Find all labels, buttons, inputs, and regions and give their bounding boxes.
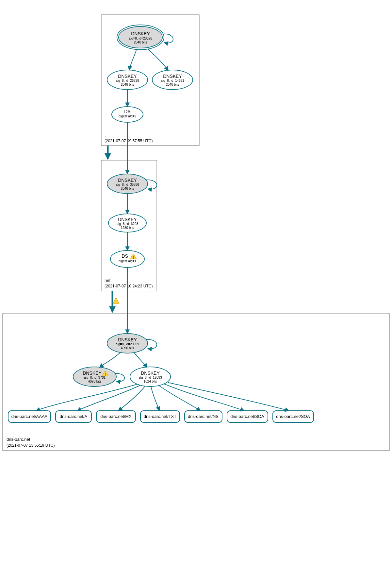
svg-text:DNSKEY: DNSKEY bbox=[163, 74, 182, 79]
record-a: dns-oarc.net/A bbox=[56, 411, 91, 422]
svg-text:DNSKEY: DNSKEY bbox=[118, 337, 137, 342]
node-dom-zsk-old: DNSKEY alg=8, id=3701 4096 bits ! bbox=[73, 367, 116, 387]
svg-text:4096 bits: 4096 bits bbox=[88, 380, 102, 383]
edge-zsk-a bbox=[77, 385, 140, 411]
svg-text:dns-oarc.net/NS: dns-oarc.net/NS bbox=[188, 414, 219, 419]
svg-text:alg=8, id=12093: alg=8, id=12093 bbox=[139, 376, 162, 379]
node-dom-ksk: DNSKEY alg=8, id=20899 4096 bits bbox=[107, 334, 148, 353]
node-root-zsk1: DNSKEY alg=8, id=26838 2048 bits bbox=[107, 70, 148, 90]
svg-text:DNSKEY: DNSKEY bbox=[118, 217, 137, 222]
edge-domksk-zsk bbox=[134, 352, 147, 368]
zone-domain-box bbox=[3, 313, 389, 451]
svg-text:dns-oarc.net/AAAA: dns-oarc.net/AAAA bbox=[11, 414, 48, 419]
zone-root-time: (2021-07-07 09:57:55 UTC) bbox=[105, 139, 153, 143]
svg-text:2048 bits: 2048 bits bbox=[121, 83, 134, 86]
svg-text:!: ! bbox=[115, 300, 117, 303]
svg-text:2048 bits: 2048 bits bbox=[166, 83, 179, 86]
record-mx: dns-oarc.net/MX bbox=[96, 411, 136, 422]
node-net-ds: DS digest alg=1 ! bbox=[110, 250, 144, 267]
zone-domain-name: dns-oarc.net bbox=[7, 437, 30, 442]
svg-text:dns-oarc.net/SOA: dns-oarc.net/SOA bbox=[230, 414, 264, 419]
node-net-ksk: DNSKEY alg=8, id=35886 2048 bits bbox=[107, 174, 148, 194]
node-root-zsk2: DNSKEY alg=8, id=14631 2048 bits bbox=[152, 70, 193, 90]
node-root-ds: DS digest alg=2 bbox=[112, 107, 143, 122]
svg-text:alg=8, id=14631: alg=8, id=14631 bbox=[161, 79, 184, 82]
svg-text:2048 bits: 2048 bits bbox=[121, 187, 134, 190]
svg-text:DNSKEY: DNSKEY bbox=[118, 74, 137, 79]
svg-text:alg=8, id=6203: alg=8, id=6203 bbox=[117, 222, 139, 226]
svg-text:dns-oarc.net/SOA: dns-oarc.net/SOA bbox=[276, 414, 310, 419]
edge-rootksk-zsk1 bbox=[129, 49, 137, 70]
svg-text:digest alg=2: digest alg=2 bbox=[119, 114, 137, 118]
svg-text:alg=8, id=20899: alg=8, id=20899 bbox=[116, 342, 139, 346]
node-dom-zsk: DNSKEY alg=8, id=12093 1024 bits bbox=[130, 367, 171, 387]
svg-text:DNSKEY: DNSKEY bbox=[141, 370, 160, 376]
svg-text:digest alg=1: digest alg=1 bbox=[119, 259, 137, 263]
svg-text:DNSKEY: DNSKEY bbox=[118, 178, 137, 183]
svg-text:2048 bits: 2048 bits bbox=[134, 41, 147, 44]
svg-text:DNSKEY: DNSKEY bbox=[83, 370, 102, 376]
svg-point-24 bbox=[110, 250, 144, 267]
record-soa2: dns-oarc.net/SOA bbox=[273, 411, 314, 422]
svg-text:dns-oarc.net/A: dns-oarc.net/A bbox=[60, 414, 88, 419]
node-root-ksk: DNSKEY alg=8, id=20326 2048 bits bbox=[117, 25, 164, 50]
svg-text:DS: DS bbox=[122, 253, 128, 259]
record-ns: dns-oarc.net/NS bbox=[185, 411, 222, 422]
edge-zsk-txt bbox=[151, 387, 159, 411]
record-txt: dns-oarc.net/TXT bbox=[140, 411, 180, 422]
warning-icon: ! bbox=[113, 298, 119, 303]
node-net-zsk: DNSKEY alg=8, id=6203 1280 bits bbox=[108, 214, 146, 232]
zone-root-name: . bbox=[105, 133, 106, 138]
svg-text:alg=8, id=3701: alg=8, id=3701 bbox=[84, 376, 106, 379]
dnssec-diagram: . (2021-07-07 09:57:55 UTC) DNSKEY alg=8… bbox=[0, 0, 392, 567]
svg-text:dns-oarc.net/TXT: dns-oarc.net/TXT bbox=[144, 414, 176, 419]
svg-text:DS: DS bbox=[124, 109, 130, 114]
svg-text:1280 bits: 1280 bits bbox=[121, 226, 134, 230]
svg-text:DNSKEY: DNSKEY bbox=[131, 31, 150, 36]
svg-text:4096 bits: 4096 bits bbox=[121, 346, 134, 350]
edge-domksk-zskold bbox=[100, 352, 120, 368]
svg-text:alg=8, id=20326: alg=8, id=20326 bbox=[129, 37, 152, 40]
edge-zsk-soa1 bbox=[164, 384, 244, 411]
edge-root-ksk-self bbox=[163, 34, 173, 43]
svg-text:!: ! bbox=[105, 372, 106, 376]
edge-zsk-ns bbox=[158, 385, 201, 411]
zone-net-time: (2021-07-07 10:24:23 UTC) bbox=[105, 284, 153, 288]
edge-zsk-mx bbox=[118, 386, 145, 411]
svg-text:alg=8, id=26838: alg=8, id=26838 bbox=[116, 79, 139, 82]
edge-zsk-soa2 bbox=[168, 383, 289, 411]
record-soa1: dns-oarc.net/SOA bbox=[227, 411, 268, 422]
svg-text:dns-oarc.net/MX: dns-oarc.net/MX bbox=[100, 414, 132, 419]
record-aaaa: dns-oarc.net/AAAA bbox=[8, 411, 51, 422]
svg-text:alg=8, id=35886: alg=8, id=35886 bbox=[116, 183, 139, 186]
zone-domain-time: (2021-07-07 13:56:19 UTC) bbox=[7, 443, 55, 448]
edge-rootksk-zsk2 bbox=[148, 49, 168, 71]
svg-text:!: ! bbox=[133, 255, 134, 259]
svg-text:1024 bits: 1024 bits bbox=[144, 380, 157, 383]
zone-net-name: net bbox=[105, 278, 110, 283]
